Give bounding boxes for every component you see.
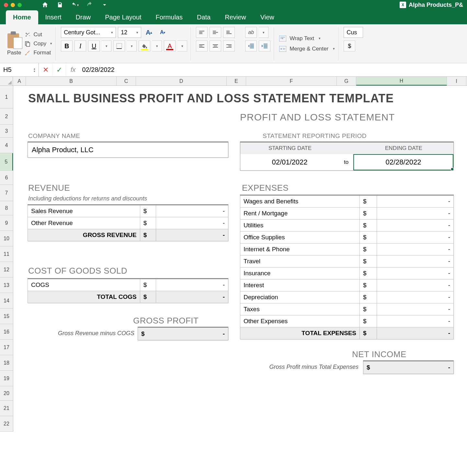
- expense-label[interactable]: Depreciation: [240, 291, 360, 303]
- starting-date-cell[interactable]: 02/01/2022: [240, 155, 339, 170]
- increase-font-button[interactable]: A▴: [143, 27, 155, 38]
- number-format-combo[interactable]: Cus: [344, 27, 363, 38]
- paste-button[interactable]: Paste: [7, 31, 21, 56]
- font-color-button[interactable]: A: [164, 40, 176, 51]
- expense-value[interactable]: -: [377, 244, 453, 255]
- col-header-i[interactable]: I: [447, 77, 466, 85]
- company-name-cell[interactable]: Alpha Product, LLC: [28, 142, 228, 158]
- col-header-a[interactable]: A: [13, 77, 26, 85]
- gross-revenue-value[interactable]: -: [156, 229, 228, 241]
- expense-label[interactable]: Travel: [240, 255, 360, 267]
- tab-data[interactable]: Data: [190, 10, 218, 24]
- row-header-12[interactable]: 12: [0, 262, 13, 278]
- qat-customize-icon[interactable]: ⏷: [101, 1, 108, 9]
- close-window[interactable]: [4, 3, 8, 7]
- cancel-edit-button[interactable]: ✕: [39, 63, 52, 76]
- italic-button[interactable]: I: [74, 40, 86, 51]
- expense-value[interactable]: -: [377, 208, 453, 220]
- row-header-22[interactable]: 22: [0, 416, 13, 432]
- increase-indent-button[interactable]: [259, 40, 270, 51]
- formula-input[interactable]: [80, 66, 467, 74]
- row-header-13[interactable]: 13: [0, 278, 13, 293]
- decrease-indent-button[interactable]: [245, 40, 257, 51]
- total-expenses-value[interactable]: -: [377, 327, 453, 339]
- merge-center-button[interactable]: Merge & Center▾: [279, 46, 335, 52]
- row-header-19[interactable]: 19: [0, 371, 13, 386]
- row-header-1[interactable]: 1: [0, 86, 13, 108]
- fx-label[interactable]: fx: [66, 66, 80, 74]
- zoom-window[interactable]: [17, 3, 22, 7]
- expense-label[interactable]: Interest: [240, 279, 360, 291]
- expense-label[interactable]: Taxes: [240, 303, 360, 315]
- row-header-6[interactable]: 6: [0, 171, 13, 185]
- expense-value[interactable]: -: [377, 279, 453, 291]
- row-header-11[interactable]: 11: [0, 246, 13, 262]
- cogs-label[interactable]: COGS: [28, 279, 140, 291]
- expense-value[interactable]: -: [377, 195, 453, 208]
- redo-icon[interactable]: [86, 1, 94, 9]
- copy-button[interactable]: Copy▾: [24, 40, 52, 47]
- row-header-3[interactable]: 3: [0, 125, 13, 138]
- row-header-17[interactable]: 17: [0, 340, 13, 355]
- expense-value[interactable]: -: [377, 267, 453, 279]
- expense-label[interactable]: Office Supplies: [240, 232, 360, 244]
- expense-label[interactable]: Insurance: [240, 267, 360, 279]
- revenue-value[interactable]: -: [156, 217, 228, 229]
- revenue-label[interactable]: Sales Revenue: [28, 205, 140, 217]
- borders-button[interactable]: [113, 40, 125, 51]
- borders-dropdown[interactable]: ▾: [127, 40, 137, 51]
- accept-edit-button[interactable]: ✓: [52, 63, 66, 76]
- tab-draw[interactable]: Draw: [69, 10, 98, 24]
- home-icon[interactable]: [41, 1, 49, 9]
- format-painter-button[interactable]: Format: [24, 50, 52, 56]
- align-top-button[interactable]: [196, 27, 208, 38]
- minimize-window[interactable]: [11, 3, 15, 7]
- total-cogs-value[interactable]: -: [156, 291, 228, 303]
- expense-label[interactable]: Wages and Benefits: [240, 195, 360, 208]
- font-color-dropdown[interactable]: ▾: [177, 40, 187, 51]
- col-header-e[interactable]: E: [227, 77, 246, 85]
- tab-formulas[interactable]: Formulas: [149, 10, 190, 24]
- row-header-15[interactable]: 15: [0, 309, 13, 324]
- currency-button[interactable]: $: [344, 40, 355, 51]
- col-header-c[interactable]: C: [117, 77, 136, 85]
- row-header-16[interactable]: 16: [0, 324, 13, 340]
- row-header-9[interactable]: 9: [0, 215, 13, 231]
- align-center-button[interactable]: [210, 40, 221, 51]
- expense-value[interactable]: -: [377, 291, 453, 303]
- undo-icon[interactable]: ▾: [71, 1, 79, 9]
- fill-color-button[interactable]: [139, 40, 150, 51]
- row-header-7[interactable]: 7: [0, 185, 13, 201]
- expense-label[interactable]: Other Expenses: [240, 315, 360, 327]
- align-bottom-button[interactable]: [223, 27, 235, 38]
- expense-value[interactable]: -: [377, 315, 453, 327]
- tab-view[interactable]: View: [253, 10, 281, 24]
- expense-value[interactable]: -: [377, 220, 453, 232]
- row-header-8[interactable]: 8: [0, 201, 13, 215]
- col-header-b[interactable]: B: [26, 77, 117, 85]
- revenue-label[interactable]: Other Revenue: [28, 217, 140, 229]
- wrap-text-button[interactable]: Wrap Text▾: [279, 35, 335, 42]
- expense-value[interactable]: -: [377, 232, 453, 244]
- orientation-button[interactable]: ab: [245, 27, 257, 38]
- expense-label[interactable]: Internet & Phone: [240, 244, 360, 255]
- col-header-g[interactable]: G: [337, 77, 356, 85]
- underline-dropdown[interactable]: ▾: [102, 40, 111, 51]
- row-header-20[interactable]: 20: [0, 386, 13, 401]
- cogs-value[interactable]: -: [156, 279, 228, 291]
- select-all-corner[interactable]: [0, 77, 13, 85]
- row-header-10[interactable]: 10: [0, 231, 13, 246]
- orientation-dropdown[interactable]: ▾: [259, 27, 268, 38]
- col-header-d[interactable]: D: [136, 77, 227, 85]
- tab-page-layout[interactable]: Page Layout: [98, 10, 148, 24]
- font-size-combo[interactable]: 12▾: [118, 27, 141, 38]
- save-icon[interactable]: [56, 1, 64, 9]
- row-header-2[interactable]: 2: [0, 108, 13, 125]
- revenue-value[interactable]: -: [156, 205, 228, 217]
- expense-label[interactable]: Rent / Mortgage: [240, 208, 360, 220]
- expense-value[interactable]: -: [377, 303, 453, 315]
- tab-home[interactable]: Home: [6, 10, 38, 24]
- underline-button[interactable]: U: [88, 40, 100, 51]
- align-middle-button[interactable]: [210, 27, 221, 38]
- bold-button[interactable]: B: [61, 40, 73, 51]
